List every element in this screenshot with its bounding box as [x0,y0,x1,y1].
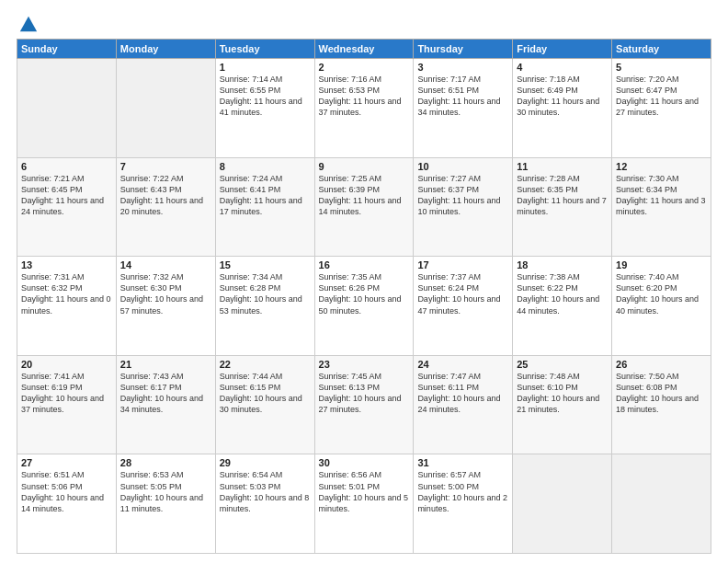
day-number: 30 [319,457,410,468]
day-number: 8 [220,161,311,172]
calendar-cell [116,59,215,158]
calendar-cell: 8Sunrise: 7:24 AM Sunset: 6:41 PM Daylig… [215,157,314,257]
day-number: 24 [417,359,508,370]
cell-content: Sunrise: 7:17 AM Sunset: 6:51 PM Dayligh… [417,74,508,119]
calendar-cell: 25Sunrise: 7:48 AM Sunset: 6:10 PM Dayli… [513,355,612,454]
cell-content: Sunrise: 7:18 AM Sunset: 6:49 PM Dayligh… [517,74,608,119]
calendar-cell: 6Sunrise: 7:21 AM Sunset: 6:45 PM Daylig… [17,157,117,257]
cell-content: Sunrise: 7:38 AM Sunset: 6:22 PM Dayligh… [517,271,608,316]
cell-content: Sunrise: 7:34 AM Sunset: 6:28 PM Dayligh… [220,271,311,316]
calendar-cell: 11Sunrise: 7:28 AM Sunset: 6:35 PM Dayli… [513,157,612,257]
calendar-cell: 12Sunrise: 7:30 AM Sunset: 6:34 PM Dayli… [612,157,711,257]
day-number: 14 [120,259,211,270]
day-number: 11 [517,161,608,172]
day-number: 22 [220,359,311,370]
cell-content: Sunrise: 7:48 AM Sunset: 6:10 PM Dayligh… [517,371,608,416]
cell-content: Sunrise: 7:14 AM Sunset: 6:55 PM Dayligh… [220,74,311,119]
day-number: 10 [417,161,508,172]
cell-content: Sunrise: 7:24 AM Sunset: 6:41 PM Dayligh… [220,173,311,218]
calendar-cell: 28Sunrise: 6:53 AM Sunset: 5:05 PM Dayli… [116,454,215,554]
day-number: 2 [319,62,410,73]
cell-content: Sunrise: 7:27 AM Sunset: 6:37 PM Dayligh… [417,173,508,218]
weekday-row: SundayMondayTuesdayWednesdayThursdayFrid… [17,40,711,59]
cell-content: Sunrise: 7:31 AM Sunset: 6:32 PM Dayligh… [21,271,112,316]
weekday-header: Saturday [612,40,711,59]
calendar-cell: 18Sunrise: 7:38 AM Sunset: 6:22 PM Dayli… [513,257,612,356]
calendar-cell: 7Sunrise: 7:22 AM Sunset: 6:43 PM Daylig… [116,157,215,257]
calendar-week-row: 13Sunrise: 7:31 AM Sunset: 6:32 PM Dayli… [17,257,711,356]
cell-content: Sunrise: 7:21 AM Sunset: 6:45 PM Dayligh… [21,173,112,218]
cell-content: Sunrise: 7:22 AM Sunset: 6:43 PM Dayligh… [120,173,211,218]
cell-content: Sunrise: 7:41 AM Sunset: 6:19 PM Dayligh… [21,371,112,416]
calendar-week-row: 6Sunrise: 7:21 AM Sunset: 6:45 PM Daylig… [17,157,711,257]
cell-content: Sunrise: 7:16 AM Sunset: 6:53 PM Dayligh… [319,74,410,119]
cell-content: Sunrise: 7:43 AM Sunset: 6:17 PM Dayligh… [120,371,211,416]
day-number: 28 [120,457,211,468]
cell-content: Sunrise: 7:32 AM Sunset: 6:30 PM Dayligh… [120,271,211,316]
logo [17,15,39,31]
cell-content: Sunrise: 7:25 AM Sunset: 6:39 PM Dayligh… [319,173,410,218]
cell-content: Sunrise: 7:28 AM Sunset: 6:35 PM Dayligh… [517,173,608,218]
calendar-cell [513,454,612,554]
calendar-cell: 17Sunrise: 7:37 AM Sunset: 6:24 PM Dayli… [414,257,513,356]
cell-content: Sunrise: 6:53 AM Sunset: 5:05 PM Dayligh… [120,469,211,514]
cell-content: Sunrise: 7:40 AM Sunset: 6:20 PM Dayligh… [616,271,707,316]
day-number: 23 [319,359,410,370]
cell-content: Sunrise: 7:37 AM Sunset: 6:24 PM Dayligh… [417,271,508,316]
day-number: 16 [319,259,410,270]
day-number: 21 [120,359,211,370]
day-number: 27 [21,457,112,468]
day-number: 3 [417,62,508,73]
calendar: SundayMondayTuesdayWednesdayThursdayFrid… [17,39,711,554]
calendar-cell: 23Sunrise: 7:45 AM Sunset: 6:13 PM Dayli… [314,355,414,454]
cell-content: Sunrise: 7:35 AM Sunset: 6:26 PM Dayligh… [319,271,410,316]
calendar-cell [612,454,711,554]
calendar-cell: 14Sunrise: 7:32 AM Sunset: 6:30 PM Dayli… [116,257,215,356]
calendar-cell: 20Sunrise: 7:41 AM Sunset: 6:19 PM Dayli… [17,355,117,454]
day-number: 7 [120,161,211,172]
weekday-header: Friday [513,40,612,59]
calendar-cell: 26Sunrise: 7:50 AM Sunset: 6:08 PM Dayli… [612,355,711,454]
calendar-cell: 30Sunrise: 6:56 AM Sunset: 5:01 PM Dayli… [314,454,414,554]
day-number: 1 [220,62,311,73]
calendar-cell [17,59,117,158]
calendar-cell: 13Sunrise: 7:31 AM Sunset: 6:32 PM Dayli… [17,257,117,356]
calendar-cell: 22Sunrise: 7:44 AM Sunset: 6:15 PM Dayli… [215,355,314,454]
cell-content: Sunrise: 6:54 AM Sunset: 5:03 PM Dayligh… [220,469,311,514]
day-number: 9 [319,161,410,172]
calendar-cell: 10Sunrise: 7:27 AM Sunset: 6:37 PM Dayli… [414,157,513,257]
day-number: 29 [220,457,311,468]
day-number: 15 [220,259,311,270]
day-number: 25 [517,359,608,370]
page: SundayMondayTuesdayWednesdayThursdayFrid… [0,0,728,563]
calendar-cell: 4Sunrise: 7:18 AM Sunset: 6:49 PM Daylig… [513,59,612,158]
logo-icon [18,15,39,35]
calendar-cell: 29Sunrise: 6:54 AM Sunset: 5:03 PM Dayli… [215,454,314,554]
weekday-header: Sunday [17,40,117,59]
calendar-header: SundayMondayTuesdayWednesdayThursdayFrid… [17,40,711,59]
calendar-cell: 21Sunrise: 7:43 AM Sunset: 6:17 PM Dayli… [116,355,215,454]
calendar-cell: 27Sunrise: 6:51 AM Sunset: 5:06 PM Dayli… [17,454,117,554]
calendar-cell: 24Sunrise: 7:47 AM Sunset: 6:11 PM Dayli… [414,355,513,454]
cell-content: Sunrise: 7:47 AM Sunset: 6:11 PM Dayligh… [417,371,508,416]
calendar-cell: 19Sunrise: 7:40 AM Sunset: 6:20 PM Dayli… [612,257,711,356]
calendar-cell: 16Sunrise: 7:35 AM Sunset: 6:26 PM Dayli… [314,257,414,356]
calendar-cell: 9Sunrise: 7:25 AM Sunset: 6:39 PM Daylig… [314,157,414,257]
calendar-week-row: 1Sunrise: 7:14 AM Sunset: 6:55 PM Daylig… [17,59,711,158]
cell-content: Sunrise: 7:50 AM Sunset: 6:08 PM Dayligh… [616,371,707,416]
day-number: 26 [616,359,707,370]
header [17,15,711,31]
cell-content: Sunrise: 7:30 AM Sunset: 6:34 PM Dayligh… [616,173,707,218]
day-number: 18 [517,259,608,270]
cell-content: Sunrise: 7:20 AM Sunset: 6:47 PM Dayligh… [616,74,707,119]
day-number: 4 [517,62,608,73]
day-number: 31 [417,457,508,468]
calendar-cell: 5Sunrise: 7:20 AM Sunset: 6:47 PM Daylig… [612,59,711,158]
calendar-body: 1Sunrise: 7:14 AM Sunset: 6:55 PM Daylig… [17,59,711,554]
svg-marker-0 [20,17,37,32]
day-number: 17 [417,259,508,270]
weekday-header: Thursday [414,40,513,59]
calendar-cell: 1Sunrise: 7:14 AM Sunset: 6:55 PM Daylig… [215,59,314,158]
day-number: 6 [21,161,112,172]
weekday-header: Monday [116,40,215,59]
